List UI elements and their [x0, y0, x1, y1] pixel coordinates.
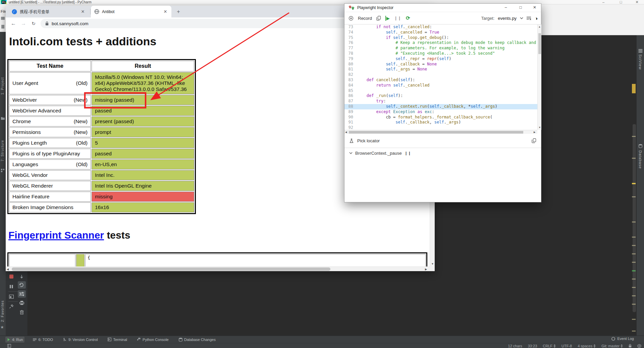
bottom-tab----todo[interactable]: 6: TODO	[31, 337, 55, 343]
status-item[interactable]: 33:23	[528, 344, 537, 348]
code-line: 80self._callback = None	[344, 62, 537, 67]
copy-icon[interactable]	[376, 16, 381, 21]
code-line: 76# Keep a representation in debug mode …	[344, 40, 537, 46]
test-name-cell: WebGL Renderer	[9, 181, 91, 191]
test-name-cell: Chrome(New)	[9, 116, 91, 127]
stop-button[interactable]	[9, 275, 13, 279]
browser-tab-ctrip[interactable]: 携程-手机号查单 ✕	[8, 6, 89, 17]
pycharm-window-title: untitled [E:\untitled] - ...\Test\test.p…	[9, 0, 92, 4]
test-name-cell: Permissions(New)	[9, 127, 91, 137]
bottom-tab-python-console[interactable]: Python Console	[136, 337, 170, 343]
step-over-icon[interactable]: ⟳	[406, 15, 410, 21]
test-result-cell: Mozilla/5.0 (Windows NT 10.0; Win64; x64…	[92, 72, 194, 94]
back-icon[interactable]: ←	[8, 20, 18, 27]
pycharm-maximize-button[interactable]: □	[616, 0, 625, 4]
tab-favorites[interactable]: 2: Favorites	[1, 300, 4, 322]
tab-database[interactable]: Database	[638, 150, 642, 169]
open-folder-icon[interactable]	[1, 17, 5, 20]
fp-status-cell	[76, 254, 85, 268]
tab-structure[interactable]: 7: Structure	[1, 140, 4, 161]
chevron-down-icon[interactable]	[520, 17, 523, 19]
tab-sciview[interactable]: SciView	[638, 54, 642, 70]
resume-icon[interactable]: ▶	[385, 16, 390, 21]
bottom-tab----version-control[interactable]: 9: Version Control	[61, 337, 99, 343]
restore-layout-button[interactable]	[9, 294, 14, 300]
inspector-minimize-button[interactable]: –	[500, 4, 512, 11]
tab-project[interactable]: 1: Project	[1, 77, 4, 95]
page-title: Intoli.com tests + additions	[9, 35, 156, 48]
inspector-maximize-button[interactable]: □	[515, 4, 526, 11]
pycharm-minimize-button[interactable]: –	[599, 0, 608, 4]
pycharm-close-button[interactable]: ✕	[633, 0, 641, 4]
target-label: Target:	[481, 16, 495, 21]
editor-scrollbar[interactable]	[633, 124, 636, 312]
lock-icon	[45, 21, 49, 26]
status-item[interactable]: Git: master	[601, 344, 623, 348]
test-name-cell: Plugins Length(Old)	[9, 138, 91, 148]
project-folder-icon	[1, 115, 5, 121]
left-tool-strip: 1: Project 7: Structure 2: Favorites ★	[0, 32, 6, 336]
page-horizontal-scrollbar[interactable]: ◀ ▶	[6, 266, 430, 271]
test-result-cell: missing (passed)	[92, 95, 194, 105]
code-line: 90cb = format_helpers._format_callback_s…	[344, 115, 537, 120]
pick-locator-row[interactable]: Pick locator	[344, 134, 541, 148]
test-result-cell: Intel Iris OpenGL Engine	[92, 181, 194, 191]
clear-trash-button[interactable]	[20, 310, 24, 316]
browser-tab-antibot[interactable]: Antibot ✕	[91, 6, 171, 17]
event-log-button[interactable]: Event Log	[611, 337, 634, 341]
code-horizontal-scrollbar[interactable]: ◀ ▶	[344, 130, 537, 134]
call-log-row[interactable]: BrowserContext._pause ❙❙	[344, 148, 541, 158]
scroll-down-icon[interactable]: ▼	[430, 262, 435, 265]
table-row: Plugins Length(Old)5	[9, 138, 194, 148]
record-label[interactable]: Record	[358, 16, 372, 21]
fingerprint-scanner-link[interactable]: Fingerprint Scanner	[8, 230, 104, 241]
globe-favicon	[94, 9, 99, 14]
code-line: 73if not self._cancelled:	[344, 24, 537, 30]
python-icon	[137, 338, 141, 341]
code-vertical-scrollbar[interactable]: ▲ ▼	[537, 24, 541, 130]
pycharm-titlebar: PC untitled [E:\untitled] - ...\Test\tes…	[0, 0, 644, 4]
scroll-right-icon[interactable]: ▶	[425, 268, 427, 271]
reload-icon[interactable]: ↻	[29, 21, 39, 26]
pin-tab-button[interactable]	[9, 304, 14, 310]
lock-icon[interactable]	[629, 344, 632, 348]
status-item[interactable]: 4 spaces	[578, 344, 596, 348]
copy-locator-icon[interactable]	[532, 138, 536, 143]
stepper-icon	[593, 344, 596, 348]
run-tool-window	[6, 271, 435, 336]
error-stripe-mark	[632, 331, 636, 332]
test-result-cell: 16x16	[92, 202, 194, 212]
pause-output-button[interactable]	[9, 284, 13, 290]
todo-icon	[33, 338, 37, 341]
scroll-to-end-icon[interactable]	[19, 274, 24, 280]
bottom-tab-terminal[interactable]: Terminal	[106, 337, 129, 343]
bottom-tab-database-changes[interactable]: Database Changes	[177, 337, 217, 343]
record-icon[interactable]	[348, 16, 354, 21]
menu-file[interactable]: File	[1, 9, 6, 13]
theme-toggle-icon[interactable]: ◑	[535, 15, 538, 21]
status-item[interactable]: 12 chars	[508, 344, 522, 348]
rerun-button[interactable]	[18, 281, 26, 289]
print-button[interactable]	[19, 300, 24, 306]
tab-close-icon[interactable]: ✕	[163, 9, 168, 14]
status-item[interactable]: CRLF	[543, 344, 556, 348]
forward-icon[interactable]: →	[18, 20, 29, 27]
inspector-close-button[interactable]: ✕	[529, 4, 540, 11]
new-file-icon[interactable]	[1, 25, 4, 29]
table-row: Permissions(New)prompt	[9, 127, 194, 137]
chevron-down-icon[interactable]	[349, 152, 353, 154]
vcs-icon	[63, 338, 67, 341]
target-select[interactable]: events.py	[498, 16, 517, 21]
clear-log-icon[interactable]	[527, 16, 531, 20]
edit-configuration-button[interactable]	[18, 290, 26, 298]
indexing-wheel-icon[interactable]	[637, 344, 641, 348]
code-line: 74self._cancelled = True	[344, 30, 537, 35]
bottom-tab----run[interactable]: 4: Run	[5, 337, 24, 343]
code-line: 91self._callback, self._args)	[344, 120, 537, 125]
new-tab-button[interactable]: +	[175, 8, 182, 15]
test-result-cell: passed	[92, 149, 194, 159]
status-item[interactable]: UTF-8	[561, 344, 572, 348]
scroll-left-icon[interactable]: ◀	[7, 268, 9, 271]
toolwindow-toggle-icon[interactable]	[7, 344, 11, 348]
tab-close-icon[interactable]: ✕	[80, 9, 86, 14]
